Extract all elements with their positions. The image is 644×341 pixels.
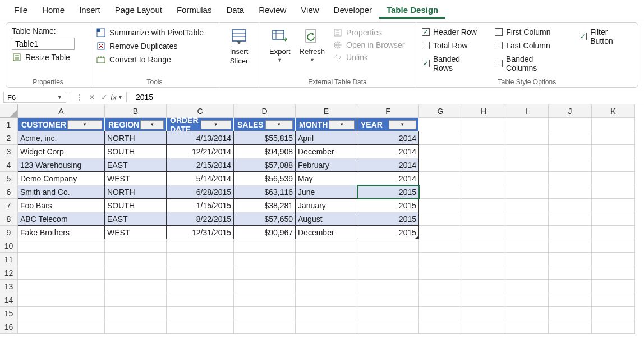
column-header-J[interactable]: J <box>549 104 592 118</box>
cell-K4[interactable] <box>592 158 635 172</box>
cell-B14[interactable] <box>105 293 167 307</box>
cell-B15[interactable] <box>105 307 167 320</box>
cell-J9[interactable] <box>549 226 592 239</box>
cell-E10[interactable] <box>296 239 357 253</box>
cell-E4[interactable]: February <box>296 158 357 172</box>
cell-J15[interactable] <box>549 307 592 320</box>
cell-B1[interactable]: REGION▼ <box>105 118 167 131</box>
cell-I11[interactable] <box>505 253 549 266</box>
cell-C1[interactable]: ORDER DATE▼ <box>167 118 234 131</box>
cell-A9[interactable]: Fake Brothers <box>18 226 105 239</box>
cell-J14[interactable] <box>549 293 592 307</box>
cell-A16[interactable] <box>18 320 105 334</box>
remove-duplicates-button[interactable]: Remove Duplicates <box>96 41 213 51</box>
menu-home[interactable]: Home <box>35 2 72 19</box>
cell-K11[interactable] <box>592 253 635 266</box>
menu-file[interactable]: File <box>7 2 35 19</box>
cell-A1[interactable]: CUSTOMER▼ <box>18 118 105 131</box>
cell-H4[interactable] <box>462 158 505 172</box>
menu-page-layout[interactable]: Page Layout <box>108 2 169 19</box>
cell-J6[interactable] <box>549 185 592 199</box>
cell-I12[interactable] <box>505 266 549 280</box>
cell-H8[interactable] <box>462 212 505 226</box>
cell-E12[interactable] <box>296 266 357 280</box>
filter-dropdown-icon[interactable]: ▼ <box>389 120 417 129</box>
cell-I16[interactable] <box>505 320 549 334</box>
cell-D13[interactable] <box>234 280 296 293</box>
column-header-E[interactable]: E <box>296 104 357 118</box>
cell-A6[interactable]: Smith and Co. <box>18 185 105 199</box>
cell-C5[interactable]: 5/14/2014 <box>167 172 234 185</box>
cell-A3[interactable]: Widget Corp <box>18 145 105 158</box>
cell-F11[interactable] <box>357 253 419 266</box>
cell-C4[interactable]: 2/15/2014 <box>167 158 234 172</box>
cell-H15[interactable] <box>462 307 505 320</box>
cell-F2[interactable]: 2014 <box>357 131 419 145</box>
cell-C10[interactable] <box>167 239 234 253</box>
cell-A7[interactable]: Foo Bars <box>18 199 105 212</box>
cell-H12[interactable] <box>462 266 505 280</box>
cell-H6[interactable] <box>462 185 505 199</box>
name-box[interactable]: F6 ▼ <box>3 92 66 103</box>
cell-D6[interactable]: $63,116 <box>234 185 296 199</box>
cell-G13[interactable] <box>419 280 462 293</box>
cell-B6[interactable]: NORTH <box>105 185 167 199</box>
cell-B2[interactable]: NORTH <box>105 131 167 145</box>
cell-F16[interactable] <box>357 320 419 334</box>
cell-K6[interactable] <box>592 185 635 199</box>
cell-D14[interactable] <box>234 293 296 307</box>
filter-dropdown-icon[interactable]: ▼ <box>67 120 102 129</box>
cell-J5[interactable] <box>549 172 592 185</box>
insert-function-button[interactable]: fx▼ <box>111 90 123 104</box>
menu-formulas[interactable]: Formulas <box>169 2 219 19</box>
row-header-13[interactable]: 13 <box>0 280 18 293</box>
menu-developer[interactable]: Developer <box>326 2 379 19</box>
cell-I6[interactable] <box>505 185 549 199</box>
cell-J12[interactable] <box>549 266 592 280</box>
cell-A15[interactable] <box>18 307 105 320</box>
cell-J13[interactable] <box>549 280 592 293</box>
last-column-checkbox[interactable]: Last Column <box>495 41 565 50</box>
filter-dropdown-icon[interactable]: ▼ <box>265 120 293 129</box>
formula-input[interactable] <box>130 90 644 104</box>
cell-H13[interactable] <box>462 280 505 293</box>
cell-I7[interactable] <box>505 199 549 212</box>
resize-table-button[interactable]: Resize Table <box>12 52 84 62</box>
cell-H9[interactable] <box>462 226 505 239</box>
cell-H10[interactable] <box>462 239 505 253</box>
cell-E16[interactable] <box>296 320 357 334</box>
cell-B8[interactable]: EAST <box>105 212 167 226</box>
cell-I3[interactable] <box>505 145 549 158</box>
cell-J1[interactable] <box>549 118 592 131</box>
cell-G4[interactable] <box>419 158 462 172</box>
cancel-edit-button[interactable]: ✕ <box>86 90 98 104</box>
cell-G9[interactable] <box>419 226 462 239</box>
filter-button-checkbox[interactable]: Filter Button <box>579 28 632 46</box>
row-header-14[interactable]: 14 <box>0 293 18 307</box>
menu-insert[interactable]: Insert <box>72 2 108 19</box>
cell-J3[interactable] <box>549 145 592 158</box>
cell-D12[interactable] <box>234 266 296 280</box>
cell-C6[interactable]: 6/28/2015 <box>167 185 234 199</box>
refresh-button[interactable]: Refresh ▼ <box>295 26 330 77</box>
insert-slicer-button[interactable]: Insert Slicer <box>225 26 253 77</box>
cell-J7[interactable] <box>549 199 592 212</box>
cell-K2[interactable] <box>592 131 635 145</box>
cell-E7[interactable]: January <box>296 199 357 212</box>
cell-H16[interactable] <box>462 320 505 334</box>
cell-G6[interactable] <box>419 185 462 199</box>
cell-C14[interactable] <box>167 293 234 307</box>
row-header-8[interactable]: 8 <box>0 212 18 226</box>
total-row-checkbox[interactable]: Total Row <box>422 41 481 50</box>
cell-K16[interactable] <box>592 320 635 334</box>
cell-A5[interactable]: Demo Company <box>18 172 105 185</box>
cell-D8[interactable]: $57,650 <box>234 212 296 226</box>
cell-B5[interactable]: WEST <box>105 172 167 185</box>
cell-C7[interactable]: 1/15/2015 <box>167 199 234 212</box>
row-header-3[interactable]: 3 <box>0 145 18 158</box>
cell-G2[interactable] <box>419 131 462 145</box>
cell-I15[interactable] <box>505 307 549 320</box>
cell-G8[interactable] <box>419 212 462 226</box>
column-header-A[interactable]: A <box>18 104 105 118</box>
row-header-12[interactable]: 12 <box>0 266 18 280</box>
